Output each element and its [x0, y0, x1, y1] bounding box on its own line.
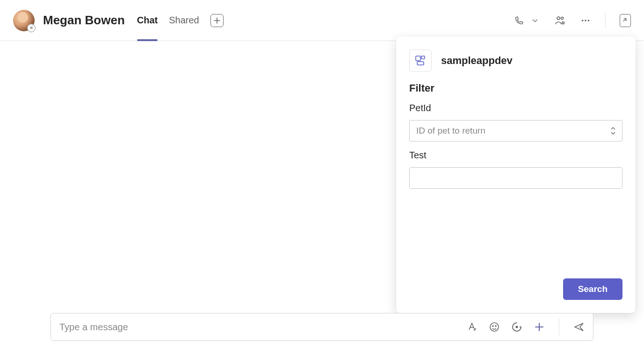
tab-chat[interactable]: Chat	[137, 0, 158, 41]
emoji-icon	[489, 321, 500, 333]
presence-offline-icon	[27, 24, 36, 32]
popout-button[interactable]	[620, 15, 631, 26]
tab-chat-label: Chat	[137, 15, 158, 26]
filter-heading: Filter	[409, 82, 622, 94]
actions-button[interactable]	[534, 321, 545, 333]
message-input[interactable]	[59, 322, 466, 333]
header-tabs: Chat Shared	[137, 0, 224, 41]
add-tab-icon	[213, 17, 221, 24]
divider	[605, 13, 606, 28]
svg-rect-6	[416, 56, 420, 61]
number-spinner[interactable]	[608, 120, 619, 142]
header-actions	[514, 13, 631, 28]
send-button[interactable]	[573, 321, 585, 333]
app-name: sampleappdev	[441, 55, 513, 67]
chevron-down-icon	[532, 17, 538, 24]
more-button[interactable]	[580, 15, 591, 26]
divider	[559, 319, 559, 335]
test-input[interactable]	[409, 167, 622, 189]
contact-name: Megan Bowen	[43, 13, 125, 28]
compose-box	[51, 313, 593, 341]
more-icon	[580, 15, 591, 26]
chat-header: Megan Bowen Chat Shared	[0, 0, 644, 41]
loop-button[interactable]	[511, 321, 522, 333]
chevron-down-icon	[610, 131, 616, 135]
phone-icon	[514, 15, 524, 26]
people-add-button[interactable]	[555, 15, 566, 26]
svg-point-4	[585, 20, 586, 21]
call-button[interactable]	[514, 15, 525, 26]
svg-rect-8	[417, 62, 424, 65]
add-tab-button[interactable]	[210, 14, 224, 27]
send-icon	[573, 321, 585, 333]
svg-point-1	[561, 17, 564, 19]
app-icon	[409, 50, 432, 72]
format-icon	[466, 321, 478, 333]
svg-point-3	[582, 20, 584, 21]
call-menu-button[interactable]	[529, 15, 541, 26]
svg-point-0	[557, 17, 560, 20]
format-button[interactable]	[466, 321, 478, 333]
message-extension-card: sampleappdev Filter PetId Test Search	[396, 36, 636, 313]
test-label: Test	[409, 150, 622, 161]
svg-point-10	[492, 326, 493, 327]
loop-icon	[511, 321, 522, 333]
emoji-button[interactable]	[489, 321, 500, 333]
svg-point-5	[588, 20, 590, 21]
people-add-icon	[555, 15, 566, 26]
petid-label: PetId	[409, 103, 622, 114]
svg-point-9	[490, 323, 499, 331]
svg-point-12	[516, 326, 518, 328]
svg-rect-7	[421, 56, 425, 59]
search-button-label: Search	[578, 284, 608, 294]
tab-shared[interactable]: Shared	[169, 0, 199, 41]
plus-icon	[534, 321, 545, 333]
chevron-up-icon	[610, 127, 616, 130]
tab-shared-label: Shared	[169, 15, 199, 26]
popout-icon	[622, 17, 629, 24]
svg-point-11	[495, 326, 496, 327]
search-button[interactable]: Search	[563, 278, 622, 300]
petid-input[interactable]	[409, 120, 622, 142]
